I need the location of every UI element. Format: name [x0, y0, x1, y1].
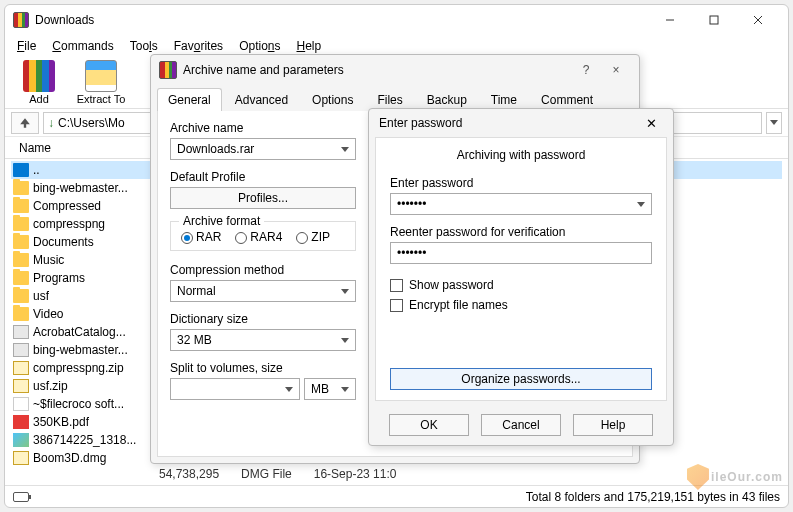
menu-file[interactable]: File: [11, 37, 42, 55]
pdf-icon: [13, 415, 29, 429]
path-text: C:\Users\Mo: [58, 116, 125, 130]
file-name: Programs: [33, 271, 85, 285]
chevron-down-icon: [770, 120, 778, 125]
menu-options[interactable]: Options: [233, 37, 286, 55]
reenter-password-label: Reenter password for verification: [390, 225, 652, 239]
dialog-close-button[interactable]: ×: [601, 59, 631, 81]
disk-icon: [13, 492, 29, 502]
folder-icon: [13, 199, 29, 213]
zip-icon: [13, 379, 29, 393]
file-name: 386714225_1318...: [33, 433, 136, 447]
img-icon: [13, 433, 29, 447]
xml-icon: [13, 343, 29, 357]
maximize-button[interactable]: [692, 6, 736, 34]
help-button[interactable]: Help: [573, 414, 653, 436]
tab-advanced[interactable]: Advanced: [224, 88, 299, 111]
password-titlebar: Enter password ✕: [369, 109, 673, 137]
ok-button[interactable]: OK: [389, 414, 469, 436]
zip-icon: [13, 451, 29, 465]
format-rar4[interactable]: RAR4: [235, 230, 282, 244]
books-icon: [23, 60, 55, 92]
format-rar[interactable]: RAR: [181, 230, 221, 244]
split-unit-select[interactable]: MB: [304, 378, 356, 400]
file-name: AcrobatCatalog...: [33, 325, 126, 339]
archive-name-input[interactable]: Downloads.rar: [170, 138, 356, 160]
password-close-button[interactable]: ✕: [639, 116, 663, 131]
chevron-down-icon: [341, 147, 349, 152]
winrar-icon: [159, 61, 177, 79]
chevron-down-icon: [637, 202, 645, 207]
minimize-button[interactable]: [648, 6, 692, 34]
folder-icon: [13, 271, 29, 285]
menu-tools[interactable]: Tools: [124, 37, 164, 55]
file-name: bing-webmaster...: [33, 181, 128, 195]
tab-options[interactable]: Options: [301, 88, 364, 111]
toolbar-extract-to[interactable]: Extract To: [73, 60, 129, 105]
menu-favorites[interactable]: Favorites: [168, 37, 229, 55]
show-password-checkbox[interactable]: Show password: [390, 278, 652, 292]
column-name[interactable]: Name: [13, 139, 153, 157]
dialog-help-button[interactable]: ?: [571, 59, 601, 81]
encrypt-names-checkbox[interactable]: Encrypt file names: [390, 298, 652, 312]
titlebar: Downloads: [5, 5, 788, 35]
file-name: usf: [33, 289, 49, 303]
format-zip[interactable]: ZIP: [296, 230, 330, 244]
folder-icon: [13, 253, 29, 267]
xml-icon: [13, 325, 29, 339]
profiles-button[interactable]: Profiles...: [170, 187, 356, 209]
split-size-input[interactable]: [170, 378, 300, 400]
file-name: compresspng: [33, 217, 105, 231]
dialog-titlebar: Archive name and parameters ? ×: [151, 55, 639, 85]
download-arrow-icon: ↓: [48, 116, 54, 130]
format-legend: Archive format: [179, 214, 264, 228]
file-name: compresspng.zip: [33, 361, 124, 375]
chevron-down-icon: [341, 289, 349, 294]
menu-commands[interactable]: Commands: [46, 37, 119, 55]
close-button[interactable]: [736, 6, 780, 34]
reenter-password-input[interactable]: •••••••: [390, 242, 652, 264]
radio-icon: [235, 232, 247, 244]
dictionary-select[interactable]: 32 MB: [170, 329, 356, 351]
password-title: Enter password: [379, 116, 639, 130]
password-dialog: Enter password ✕ Archiving with password…: [368, 108, 674, 446]
file-name: ..: [33, 163, 40, 177]
enter-password-input[interactable]: •••••••: [390, 193, 652, 215]
file-name: usf.zip: [33, 379, 68, 393]
zip-icon: [13, 361, 29, 375]
file-name: Compressed: [33, 199, 101, 213]
password-body: Archiving with password Enter password •…: [375, 137, 667, 401]
tab-general[interactable]: General: [157, 88, 222, 111]
folder-icon: [13, 181, 29, 195]
enter-password-label: Enter password: [390, 176, 652, 190]
dialog-title: Archive name and parameters: [183, 63, 571, 77]
chevron-down-icon: [341, 338, 349, 343]
password-buttons: OK Cancel Help: [369, 405, 673, 445]
file-name: Documents: [33, 235, 94, 249]
file-name: Boom3D.dmg: [33, 451, 106, 465]
status-text: Total 8 folders and 175,219,151 bytes in…: [526, 490, 780, 504]
up-button[interactable]: [11, 112, 39, 134]
file-name: Music: [33, 253, 64, 267]
file-name: 350KB.pdf: [33, 415, 89, 429]
organize-passwords-button[interactable]: Organize passwords...: [390, 368, 652, 390]
chevron-down-icon: [341, 387, 349, 392]
folder-icon: [13, 235, 29, 249]
statusbar: Total 8 folders and 175,219,151 bytes in…: [5, 485, 788, 507]
folder-icon: [13, 289, 29, 303]
extract-icon: [85, 60, 117, 92]
detail-size: 54,738,295: [159, 467, 219, 481]
file-detail-row: 54,738,295 DMG File 16-Sep-23 11:0: [19, 465, 396, 483]
app-icon: [13, 12, 29, 28]
file-name: Video: [33, 307, 63, 321]
cancel-button[interactable]: Cancel: [481, 414, 561, 436]
password-subtitle: Archiving with password: [390, 148, 652, 162]
drive-icon: [13, 163, 29, 177]
path-dropdown[interactable]: [766, 112, 782, 134]
compression-select[interactable]: Normal: [170, 280, 356, 302]
radio-icon: [296, 232, 308, 244]
toolbar-add[interactable]: Add: [11, 60, 67, 105]
file-name: bing-webmaster...: [33, 343, 128, 357]
detail-date: 16-Sep-23 11:0: [314, 467, 397, 481]
menu-help[interactable]: Help: [291, 37, 328, 55]
detail-type: DMG File: [241, 467, 292, 481]
